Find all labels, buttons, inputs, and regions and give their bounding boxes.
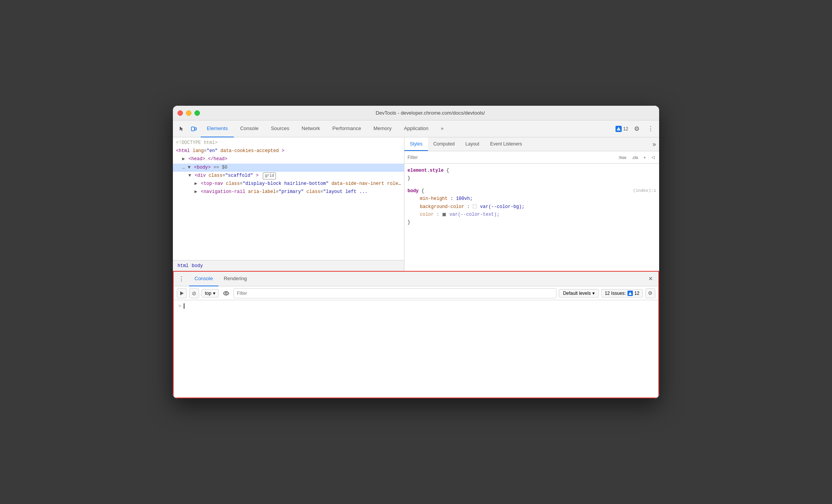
console-tab-console[interactable]: Console bbox=[189, 272, 218, 286]
breadcrumb-body[interactable]: body bbox=[190, 262, 205, 269]
minimize-button[interactable] bbox=[186, 110, 191, 116]
svg-rect-0 bbox=[191, 127, 194, 131]
default-levels-arrow: ▾ bbox=[592, 291, 595, 296]
svg-rect-1 bbox=[195, 128, 196, 130]
css-rule-element-style: element.style { } bbox=[408, 167, 656, 183]
css-rule-body-close: } bbox=[408, 218, 656, 226]
styles-filter-input[interactable] bbox=[408, 155, 614, 160]
console-prompt: > bbox=[178, 303, 181, 309]
console-tab-rendering[interactable]: Rendering bbox=[218, 272, 252, 286]
default-levels-button[interactable]: Default levels ▾ bbox=[559, 289, 599, 298]
devtools-window: DevTools - developer.chrome.com/docs/dev… bbox=[173, 106, 659, 398]
html-line-doctype[interactable]: <!DOCTYPE html> bbox=[173, 139, 404, 147]
top-toolbar: Elements Console Sources Network Perform… bbox=[173, 120, 659, 137]
styles-tab-more[interactable]: » bbox=[649, 137, 659, 151]
devtools-container: Elements Console Sources Network Perform… bbox=[173, 120, 659, 398]
issues-count: 12 bbox=[623, 126, 628, 132]
tab-network[interactable]: Network bbox=[296, 120, 326, 137]
css-prop-background-color[interactable]: background-color : var(--color-bg); bbox=[408, 203, 656, 211]
no-entry-button[interactable]: ⊘ bbox=[189, 288, 199, 298]
console-menu-button[interactable]: ⋮ bbox=[177, 274, 186, 284]
breadcrumb-html[interactable]: html bbox=[176, 262, 190, 269]
svg-marker-3 bbox=[180, 291, 184, 295]
cursor-tool-button[interactable] bbox=[176, 123, 187, 134]
elements-tree[interactable]: <!DOCTYPE html> <html lang="en" data-coo… bbox=[173, 137, 404, 260]
main-tab-bar: Elements Console Sources Network Perform… bbox=[201, 120, 450, 137]
more-options-button[interactable]: ⋮ bbox=[645, 123, 656, 134]
main-content-area: <!DOCTYPE html> <html lang="en" data-coo… bbox=[173, 137, 659, 271]
css-rule-body: body { (index):1 min-height : 100vh; bac… bbox=[408, 187, 656, 227]
html-line-head[interactable]: ▶ <head>…</head> bbox=[173, 155, 404, 163]
svg-point-4 bbox=[225, 292, 227, 294]
breadcrumb-bar: html body bbox=[173, 260, 404, 271]
styles-tab-computed[interactable]: Computed bbox=[428, 137, 460, 151]
tab-elements[interactable]: Elements bbox=[201, 120, 234, 137]
console-input-area[interactable]: > bbox=[174, 300, 658, 397]
styles-tab-styles[interactable]: Styles bbox=[404, 137, 428, 151]
tab-sources[interactable]: Sources bbox=[265, 120, 296, 137]
css-prop-color[interactable]: color : var(--color-text); bbox=[408, 211, 656, 218]
issues-icon: ! bbox=[616, 126, 622, 132]
tab-performance[interactable]: Performance bbox=[326, 120, 367, 137]
styles-filter-bar: :hov .cls + ◁ bbox=[404, 151, 659, 164]
css-selector-element-style[interactable]: element.style { bbox=[408, 167, 656, 174]
console-actions-bar: ⊘ top ▾ Default levels ▾ bbox=[174, 286, 658, 300]
svg-text:!: ! bbox=[618, 128, 619, 130]
execute-button[interactable] bbox=[177, 288, 187, 298]
filter-actions: :hov .cls + ◁ bbox=[617, 154, 656, 161]
issues-count-button[interactable]: 12 Issues: 12 bbox=[601, 289, 643, 298]
styles-tab-layout[interactable]: Layout bbox=[460, 137, 485, 151]
tab-memory[interactable]: Memory bbox=[367, 120, 398, 137]
title-bar: DevTools - developer.chrome.com/docs/dev… bbox=[173, 106, 659, 120]
tab-more[interactable]: » bbox=[435, 120, 450, 137]
eye-button[interactable] bbox=[221, 288, 231, 298]
cls-filter-button[interactable]: .cls bbox=[630, 154, 640, 161]
styles-tabs: Styles Computed Layout Event Listeners » bbox=[404, 137, 659, 151]
device-toolbar-button[interactable] bbox=[188, 123, 199, 134]
default-levels-label: Default levels bbox=[563, 291, 591, 296]
issues-icon-small bbox=[627, 291, 633, 296]
css-source-index[interactable]: (index):1 bbox=[633, 187, 656, 194]
console-toolbar: ⋮ Console Rendering × bbox=[174, 272, 658, 286]
console-cursor bbox=[184, 303, 184, 309]
console-settings-button[interactable]: ⚙ bbox=[645, 288, 655, 298]
tab-console[interactable]: Console bbox=[234, 120, 265, 137]
html-line-html[interactable]: <html lang="en" data-cookies-accepted > bbox=[173, 147, 404, 155]
toggle-filter-button[interactable]: ◁ bbox=[650, 154, 656, 161]
toolbar-right-actions: ! 12 ⚙ ⋮ bbox=[616, 123, 656, 134]
console-tabs: Console Rendering bbox=[189, 272, 252, 286]
html-line-div-scaffold[interactable]: ▼ <div class="scaffold" > grid bbox=[173, 172, 404, 180]
html-line-body[interactable]: … ▼ <body> == $0 bbox=[173, 164, 404, 172]
context-selector[interactable]: top ▾ bbox=[201, 289, 219, 298]
svg-marker-5 bbox=[629, 292, 632, 295]
console-close-button[interactable]: × bbox=[646, 274, 655, 284]
plus-filter-button[interactable]: + bbox=[642, 154, 648, 161]
grid-badge[interactable]: grid bbox=[263, 173, 276, 179]
maximize-button[interactable] bbox=[194, 110, 200, 116]
traffic-lights bbox=[178, 110, 200, 116]
window-title: DevTools - developer.chrome.com/docs/dev… bbox=[206, 110, 654, 116]
context-dropdown-icon: ▾ bbox=[213, 291, 215, 296]
tab-application[interactable]: Application bbox=[398, 120, 435, 137]
issues-label: 12 Issues: bbox=[605, 291, 626, 296]
bg-color-swatch[interactable] bbox=[473, 205, 477, 208]
issues-count-label: 12 bbox=[634, 291, 639, 296]
issues-badge[interactable]: ! 12 bbox=[616, 126, 628, 132]
css-prop-min-height[interactable]: min-height : 100vh; bbox=[408, 195, 656, 203]
text-color-swatch[interactable] bbox=[442, 213, 446, 216]
styles-content: element.style { } body { (index):1 bbox=[404, 164, 659, 271]
console-toolbar-right: × bbox=[646, 274, 655, 284]
css-rule-close: } bbox=[408, 174, 656, 182]
context-label: top bbox=[205, 291, 211, 296]
styles-panel: Styles Computed Layout Event Listeners »… bbox=[404, 137, 659, 271]
settings-button[interactable]: ⚙ bbox=[631, 123, 642, 134]
close-button[interactable] bbox=[178, 110, 183, 116]
console-panel: ⋮ Console Rendering × ⊘ bbox=[173, 271, 659, 398]
console-filter-input[interactable] bbox=[233, 288, 556, 298]
css-selector-body[interactable]: body { (index):1 bbox=[408, 187, 656, 195]
html-line-nav-rail[interactable]: ▶ <navigation-rail aria-label="primary" … bbox=[173, 188, 404, 196]
hov-filter-button[interactable]: :hov bbox=[617, 154, 628, 161]
styles-tab-event-listeners[interactable]: Event Listeners bbox=[485, 137, 528, 151]
elements-panel: <!DOCTYPE html> <html lang="en" data-coo… bbox=[173, 137, 404, 271]
html-line-top-nav[interactable]: ▶ <top-nav class="display-block hairline… bbox=[173, 180, 404, 188]
